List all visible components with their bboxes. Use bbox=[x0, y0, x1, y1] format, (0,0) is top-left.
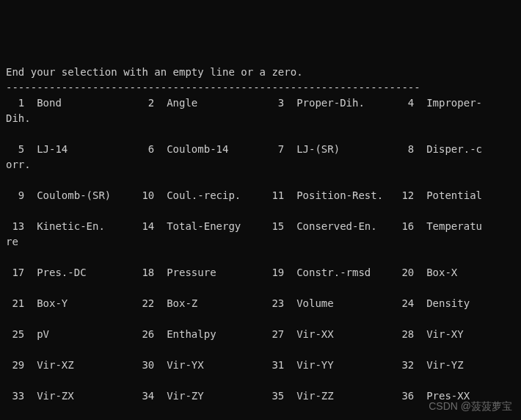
terminal-output: End your selection with an empty line or… bbox=[6, 65, 515, 420]
